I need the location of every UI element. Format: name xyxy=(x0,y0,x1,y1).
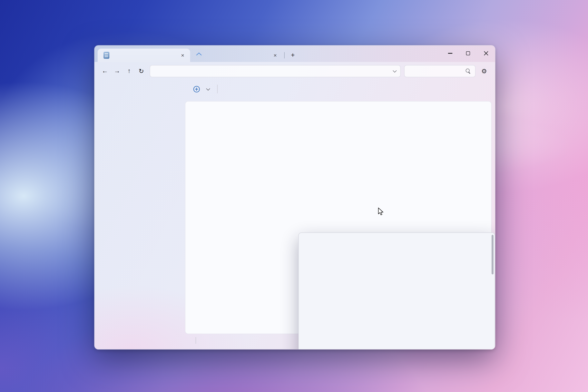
navigation-bar: ← → ↑ ↻ ⚙ xyxy=(94,62,495,80)
close-tab-icon[interactable]: × xyxy=(271,51,280,60)
gear-icon: ⚙ xyxy=(482,67,487,75)
new-tab-button[interactable]: + xyxy=(288,50,298,60)
toolbar-divider xyxy=(217,85,218,93)
scrollbar-thumb[interactable] xyxy=(492,235,494,274)
forward-icon: → xyxy=(114,68,120,74)
tab-home[interactable]: × xyxy=(190,48,283,62)
search-input[interactable] xyxy=(404,65,476,77)
mouse-cursor xyxy=(378,207,384,218)
back-icon: ← xyxy=(102,68,108,74)
close-button[interactable] xyxy=(477,46,495,61)
minimize-button[interactable] xyxy=(441,46,459,61)
sidebar xyxy=(94,80,184,349)
up-icon: ↑ xyxy=(128,68,131,74)
toolbar xyxy=(184,80,495,98)
window-controls xyxy=(441,46,495,61)
file-explorer-window: × × + ← → ↑ ↻ xyxy=(94,46,495,349)
new-button[interactable] xyxy=(189,83,213,95)
tab-documents[interactable]: × xyxy=(98,48,190,62)
suggestion-list xyxy=(299,233,495,349)
refresh-icon: ↻ xyxy=(139,67,144,75)
search-suggestions-popup xyxy=(298,232,495,349)
search-icon xyxy=(465,68,471,74)
tab-divider xyxy=(284,52,284,58)
chevron-down-icon[interactable] xyxy=(393,68,397,72)
back-button[interactable]: ← xyxy=(99,65,110,77)
home-icon xyxy=(195,52,202,59)
settings-button[interactable]: ⚙ xyxy=(478,65,490,77)
status-divider xyxy=(196,337,196,344)
tab-bar: × × + xyxy=(94,46,495,62)
plus-circle-icon xyxy=(193,86,200,92)
document-icon xyxy=(103,52,110,59)
refresh-button[interactable]: ↻ xyxy=(136,65,147,77)
address-bar[interactable] xyxy=(150,65,400,77)
up-button[interactable]: ↑ xyxy=(124,65,135,77)
maximize-button[interactable] xyxy=(459,46,477,61)
screen: × × + ← → ↑ ↻ xyxy=(0,0,588,392)
close-tab-icon[interactable]: × xyxy=(178,51,187,60)
chevron-down-icon xyxy=(206,86,210,90)
forward-button[interactable]: → xyxy=(111,65,123,77)
